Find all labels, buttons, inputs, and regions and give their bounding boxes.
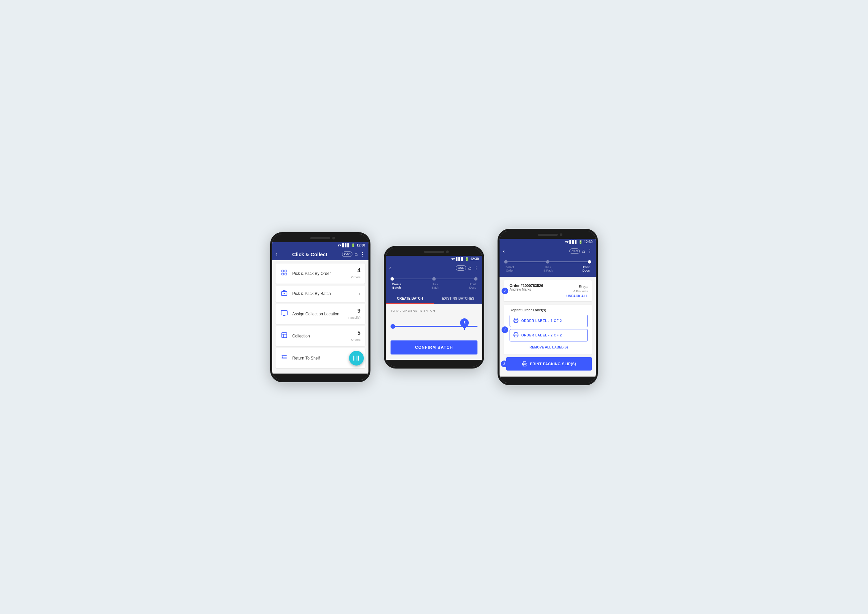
svg-rect-17	[355, 355, 355, 361]
back-button-3[interactable]: ‹	[503, 248, 505, 254]
cc-badge-1: C&C	[342, 251, 352, 257]
total-orders-label: TOTAL ORDERS IN BATCH	[391, 309, 477, 312]
phone-camera-1	[332, 237, 335, 239]
printer-icon-2	[513, 332, 519, 338]
print-docs-content: ✓ Order #1000783526 Andrew Marks 9 Qty 6…	[499, 277, 596, 377]
phone-2-content: ▾▾ ▋▋▋ 🔋 12:30 ‹ C&C ⌂ ⋮	[386, 256, 482, 360]
print-packing-button[interactable]: PRINT PACKING SLIP(S)	[506, 357, 592, 371]
tab-create-batch[interactable]: CREATE BATCH	[386, 294, 434, 304]
svg-rect-3	[285, 273, 287, 275]
back-button-2[interactable]: ‹	[389, 265, 391, 271]
steps-labels-2: CreateBatch PickBatch PrintDocs	[391, 282, 477, 289]
svg-rect-7	[281, 311, 287, 315]
pick-pack-batch-icon	[280, 290, 288, 298]
phone-bottom-bar-2	[386, 360, 482, 366]
menu-count-number-3: 5	[351, 330, 360, 336]
battery-icon-2: 🔋	[465, 257, 469, 261]
reprint-section: ✓ Reprint Order Label(s) ORDER LABEL - 1…	[504, 305, 592, 355]
qty-number: 9	[579, 284, 582, 289]
batch-content: TOTAL ORDERS IN BATCH 5 CONFIRM BA	[386, 304, 482, 360]
menu-item-label-4: Return To Shelf	[292, 356, 351, 361]
back-button-1[interactable]: ‹	[276, 251, 277, 257]
order-label-1-text: ORDER LABEL - 1 OF 2	[521, 319, 562, 323]
step-label-3-select: SelectOrder	[505, 265, 514, 272]
phone-speaker-1	[310, 237, 330, 239]
slider-track: 5	[391, 326, 477, 327]
menu-item-assign-collection[interactable]: Assign Collection Location 9 Parcel(s)	[276, 304, 365, 324]
step-dot-3-2	[546, 260, 549, 264]
fab-barcode-button[interactable]	[349, 351, 364, 366]
battery-icon: 🔋	[351, 243, 355, 247]
tab-existing-batches[interactable]: EXISTING BATCHES	[434, 294, 482, 304]
more-icon-2[interactable]: ⋮	[473, 265, 479, 271]
phone-1-content: ▾▾ ▋▋▋ 🔋 12:30 ‹ Click & Collect C&C ⌂ ⋮	[272, 242, 369, 374]
status-bar-2: ▾▾ ▋▋▋ 🔋 12:30	[386, 256, 482, 262]
menu-count-unit-2: Parcel(s)	[349, 316, 360, 319]
more-icon-3[interactable]: ⋮	[587, 248, 592, 254]
step-line-1	[394, 279, 432, 279]
wifi-icon-3: ▾▾	[565, 240, 569, 244]
progress-steps-3: SelectOrder Pick& Pack PrintDocs	[499, 257, 596, 277]
menu-item-pick-pack-batch[interactable]: Pick & Pack By Batch ›	[276, 285, 365, 302]
more-icon-1[interactable]: ⋮	[360, 251, 365, 257]
order-label-1-button[interactable]: ORDER LABEL - 1 OF 2	[510, 315, 588, 327]
order-card-header: Order #1000783526 Andrew Marks 9 Qty 6 P…	[510, 284, 588, 293]
menu-item-collection[interactable]: Collection 5 Orders	[276, 326, 365, 346]
menu-item-count-0: 4 Orders	[351, 268, 360, 279]
svg-rect-10	[282, 333, 287, 338]
home-icon-3[interactable]: ⌂	[582, 248, 585, 254]
confirm-batch-button[interactable]: CONFIRM BATCH	[391, 340, 477, 355]
slider-dot-left	[391, 324, 395, 329]
status-icons-3: ▾▾ ▋▋▋ 🔋	[565, 240, 583, 244]
svg-rect-2	[282, 273, 284, 275]
battery-icon-3: 🔋	[578, 240, 583, 244]
tabs-bar-2: CREATE BATCH EXISTING BATCHES	[386, 294, 482, 304]
phone-camera-3	[560, 233, 563, 236]
status-icons-1: ▾▾ ▋▋▋ 🔋	[338, 243, 355, 247]
step-dot-3	[474, 277, 477, 281]
step-dot-1	[391, 277, 394, 281]
step-line-2	[436, 279, 474, 279]
order-customer: Andrew Marks	[510, 288, 543, 291]
header-bar-2: ‹ C&C ⌂ ⋮	[386, 262, 482, 274]
page-title-1: Click & Collect	[279, 251, 340, 257]
phone-speaker-2	[424, 251, 444, 253]
menu-item-label-3: Collection	[292, 334, 351, 338]
menu-item-count-3: 5 Orders	[351, 330, 360, 342]
phone-top-bar-2	[386, 248, 482, 256]
return-shelf-icon	[280, 354, 288, 362]
phone-bottom-bar-3	[499, 377, 596, 383]
steps-dots-2	[391, 277, 477, 281]
collection-icon	[280, 332, 288, 340]
phone-1: ▾▾ ▋▋▋ 🔋 12:30 ‹ Click & Collect C&C ⌂ ⋮	[270, 232, 370, 382]
menu-item-label-1: Pick & Pack By Batch	[292, 291, 359, 296]
home-icon-1[interactable]: ⌂	[355, 251, 358, 257]
steps-labels-3: SelectOrder Pick& Pack PrintDocs	[504, 265, 591, 272]
menu-count-unit-3: Orders	[351, 338, 360, 341]
menu-count-number-2: 9	[349, 308, 360, 314]
wifi-icon: ▾▾	[338, 243, 341, 247]
home-icon-2[interactable]: ⌂	[468, 265, 471, 271]
order-label-2-text: ORDER LABEL - 2 OF 2	[521, 333, 562, 337]
menu-count-number-0: 4	[351, 268, 360, 274]
products-label: 6 Products	[574, 290, 588, 293]
menu-item-pick-pack-order[interactable]: Pick & Pack By Order 4 Orders	[276, 264, 365, 284]
order-number: Order #1000783526	[510, 284, 543, 288]
slider-container[interactable]: 5	[391, 319, 477, 334]
assign-collection-icon	[280, 310, 288, 318]
phone-speaker-3	[538, 234, 558, 236]
svg-rect-18	[356, 355, 356, 361]
order-qty: 9 Qty 6 Products	[574, 284, 588, 293]
step-dot-2	[432, 277, 436, 281]
step-label-3-pick: Pick& Pack	[543, 265, 553, 272]
reprint-title: Reprint Order Label(s)	[510, 308, 588, 312]
menu-item-label-2: Assign Collection Location	[292, 312, 349, 316]
unpack-all-button[interactable]: UNPACK ALL	[510, 294, 588, 298]
steps-dots-3	[504, 260, 591, 264]
slider-value: 5	[463, 321, 465, 324]
order-label-2-button[interactable]: ORDER LABEL - 2 OF 2	[510, 329, 588, 341]
svg-rect-0	[282, 270, 284, 272]
status-bar-1: ▾▾ ▋▋▋ 🔋 12:30	[272, 242, 369, 248]
header-actions-1: C&C ⌂ ⋮	[342, 251, 365, 257]
remove-labels-button[interactable]: REMOVE ALL LABEL(S)	[510, 343, 588, 351]
